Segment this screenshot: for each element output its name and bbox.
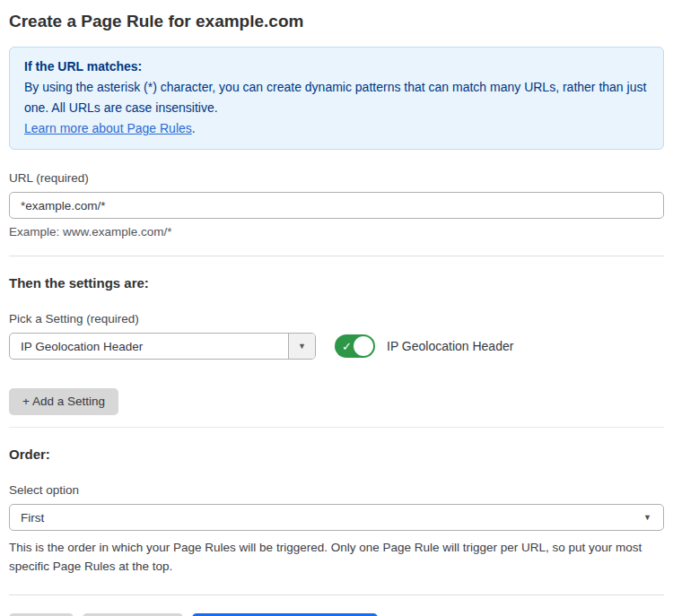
chevron-down-icon: ▼ — [643, 513, 651, 522]
geolocation-toggle[interactable]: ✓ — [335, 334, 375, 358]
url-match-notice: If the URL matches: By using the asteris… — [9, 47, 664, 150]
setting-picker-value: IP Geolocation Header — [10, 334, 288, 359]
chevron-down-icon: ▼ — [298, 342, 306, 351]
order-section-heading: Order: — [9, 447, 664, 462]
order-helper-text: This is the order in which your Page Rul… — [9, 538, 660, 576]
toggle-knob — [354, 336, 373, 356]
notice-link-line: Learn more about Page Rules. — [24, 118, 649, 139]
divider — [9, 256, 664, 256]
setting-picker-label: Pick a Setting (required) — [9, 312, 664, 325]
setting-picker-dropdown[interactable]: IP Geolocation Header ▼ — [9, 333, 316, 360]
setting-row: IP Geolocation Header ▼ ✓ IP Geolocation… — [9, 333, 664, 360]
notice-link-suffix: . — [192, 121, 196, 135]
url-field-label: URL (required) — [9, 171, 664, 185]
order-select[interactable]: First ▼ — [9, 504, 664, 531]
page-rule-form: Create a Page Rule for example.com If th… — [0, 0, 673, 616]
notice-body: By using the asterisk (*) character, you… — [24, 77, 649, 118]
settings-section-heading: Then the settings are: — [9, 275, 664, 291]
toggle-label: IP Geolocation Header — [387, 339, 513, 353]
url-field-helper: Example: www.example.com/* — [9, 225, 664, 239]
add-setting-button[interactable]: + Add a Setting — [9, 388, 118, 415]
order-select-value: First — [21, 511, 44, 525]
page-title: Create a Page Rule for example.com — [9, 0, 664, 31]
url-input[interactable] — [9, 192, 664, 219]
divider — [9, 594, 664, 595]
learn-more-link[interactable]: Learn more about Page Rules — [24, 121, 192, 135]
order-select-label: Select option — [9, 483, 664, 497]
setting-picker-arrow-button[interactable]: ▼ — [288, 334, 315, 359]
divider — [9, 427, 664, 428]
check-icon: ✓ — [342, 341, 352, 352]
notice-heading: If the URL matches: — [24, 56, 649, 77]
